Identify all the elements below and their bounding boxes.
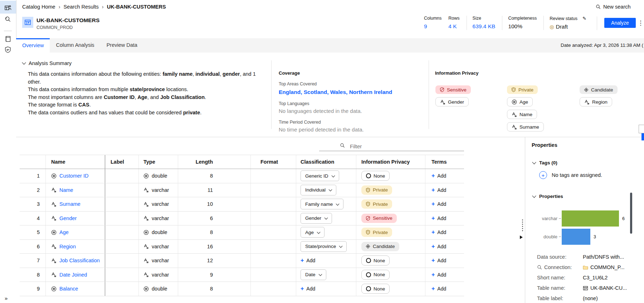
privacy-tag-candidate[interactable]: Candidate xyxy=(580,85,618,94)
terms-cell: +Add xyxy=(425,268,464,282)
properties-section-header[interactable]: Properties xyxy=(533,194,563,199)
collapse-panel-arrow-icon[interactable] xyxy=(520,235,523,239)
overflow-menu-icon[interactable]: ⋮ xyxy=(638,19,644,27)
sidebar-item-discovery[interactable] xyxy=(4,16,11,23)
property-field-row: Table name:UK-BANK-CU... xyxy=(537,285,641,291)
classification-select[interactable]: Date xyxy=(301,269,326,280)
add-tag-button[interactable]: + xyxy=(539,171,547,179)
add-term-button[interactable]: +Add xyxy=(431,215,446,222)
add-term-button[interactable]: +Add xyxy=(431,272,446,278)
classification-select[interactable]: State/province xyxy=(301,241,347,252)
panel-resize-handle[interactable] xyxy=(522,219,523,231)
privacy-tag-gender[interactable]: Gender xyxy=(435,97,469,106)
analysis-summary-header[interactable]: Analysis Summary xyxy=(23,60,72,66)
numeric-type-icon xyxy=(51,286,57,292)
summary-line: The most important columns are Customer … xyxy=(28,94,268,101)
column-header-index xyxy=(20,155,45,169)
column-name-link[interactable]: Gender xyxy=(59,215,77,221)
privacy-tag-none[interactable]: None xyxy=(361,284,390,294)
stat-value[interactable]: 639.4 KB xyxy=(473,23,496,30)
analyze-button[interactable]: Analyze xyxy=(604,18,636,28)
privacy-tag-candidate[interactable]: Candidate xyxy=(361,242,399,251)
add-term-button[interactable]: +Add xyxy=(431,243,446,250)
add-term-button[interactable]: +Add xyxy=(431,257,446,264)
numeric-type-icon xyxy=(143,230,149,235)
expand-sidebar-button[interactable]: » xyxy=(5,295,8,301)
top-languages-value: No languages detected in the data. xyxy=(279,108,422,114)
edit-review-status-icon[interactable]: ✎ xyxy=(582,16,586,21)
maximize-table-button[interactable] xyxy=(639,125,644,133)
add-term-button[interactable]: +Add xyxy=(431,187,446,193)
classification-select[interactable]: Family name xyxy=(301,199,343,209)
privacy-tag-sensitive[interactable]: Sensitive xyxy=(361,214,397,223)
column-name-link[interactable]: Age xyxy=(59,229,69,235)
column-header-terms: Terms xyxy=(425,155,464,169)
type-cell: double xyxy=(138,282,178,296)
plus-icon: + xyxy=(431,257,435,264)
breadcrumb-item[interactable]: UK-BANK-CUSTOMERS xyxy=(107,4,166,10)
tags-section-header[interactable]: Tags (0) xyxy=(533,160,557,165)
sidebar-item-notebook[interactable] xyxy=(4,35,11,43)
add-label: Add xyxy=(437,229,446,235)
sidebar-item-governance[interactable] xyxy=(4,46,11,53)
tag-label: None xyxy=(374,173,385,179)
classification-select[interactable]: Age xyxy=(301,227,325,238)
privacy-tag-region[interactable]: Region xyxy=(580,97,612,106)
classification-select[interactable]: Individual xyxy=(301,185,336,195)
column-name-link[interactable]: Name xyxy=(59,187,73,193)
tab-overview[interactable]: Overview xyxy=(16,38,50,53)
classification-select[interactable]: Gender xyxy=(301,213,332,224)
breadcrumb-item[interactable]: Catalog Home xyxy=(22,4,55,10)
privacy-tag-private[interactable]: Private xyxy=(361,199,392,209)
column-name-link[interactable]: Region xyxy=(59,244,76,249)
filter-input[interactable] xyxy=(349,141,462,151)
column-name-link[interactable]: Date Joined xyxy=(59,272,87,278)
chevron-down-icon xyxy=(336,202,340,205)
add-term-button[interactable]: +Add xyxy=(431,229,446,235)
add-classification-button[interactable]: +Add xyxy=(301,257,315,264)
add-classification-button[interactable]: +Add xyxy=(301,285,315,292)
stat-value[interactable]: 4 K xyxy=(448,23,459,30)
asset-schema: COMMON_PROD xyxy=(36,25,73,30)
analyze-button-area: Analyze xyxy=(597,16,636,30)
panel-scrollbar-thumb[interactable] xyxy=(630,193,632,234)
panel-edge-button[interactable] xyxy=(641,133,644,140)
search-icon xyxy=(340,143,345,148)
none-circle-icon xyxy=(366,173,371,178)
column-name-link[interactable]: Balance xyxy=(59,286,78,292)
privacy-tag-name[interactable]: Name xyxy=(507,110,537,119)
privacy-tag-private[interactable]: Private xyxy=(361,185,392,195)
column-name-link[interactable]: Surname xyxy=(59,201,80,207)
classification-value: Gender xyxy=(305,215,321,221)
row-index: 6 xyxy=(20,240,45,254)
privacy-tag-private[interactable]: Private xyxy=(507,85,538,94)
string-type-icon xyxy=(143,215,149,221)
add-term-button[interactable]: +Add xyxy=(431,201,446,207)
add-term-button[interactable]: +Add xyxy=(431,285,446,292)
classification-select[interactable]: Generic ID xyxy=(301,170,339,181)
new-search-button[interactable]: New search xyxy=(596,4,631,10)
row-index: 1 xyxy=(20,169,45,183)
stat-value[interactable]: 9 xyxy=(424,23,441,30)
privacy-tag-none[interactable]: None xyxy=(361,255,390,265)
tab-preview-data[interactable]: Preview Data xyxy=(101,38,143,53)
column-name-link[interactable]: Customer ID xyxy=(59,173,88,179)
tab-column-analysis[interactable]: Column Analysis xyxy=(50,38,100,53)
privacy-tag-sensitive[interactable]: Sensitive xyxy=(435,85,471,94)
chevron-down-icon xyxy=(325,216,328,220)
label-cell xyxy=(105,169,138,183)
breadcrumb-item[interactable]: Search Results xyxy=(64,4,99,10)
tag-label: Name xyxy=(519,112,532,117)
privacy-tag-none[interactable]: None xyxy=(361,270,390,280)
add-term-button[interactable]: +Add xyxy=(431,173,446,179)
privacy-tag-age[interactable]: Age xyxy=(507,97,533,106)
privacy-tag-surname[interactable]: Surname xyxy=(507,122,544,131)
row-index: 2 xyxy=(20,183,45,197)
terms-cell: +Add xyxy=(425,212,464,225)
sidebar-item-catalog[interactable] xyxy=(4,4,11,11)
privacy-tag-none[interactable]: None xyxy=(361,171,390,181)
property-label: Table label: xyxy=(537,295,583,301)
top-areas-value[interactable]: England, Scotland, Wales, Northern Irela… xyxy=(279,89,422,95)
column-name-link[interactable]: Job Classification xyxy=(59,258,100,263)
privacy-tag-private[interactable]: Private xyxy=(361,228,392,237)
